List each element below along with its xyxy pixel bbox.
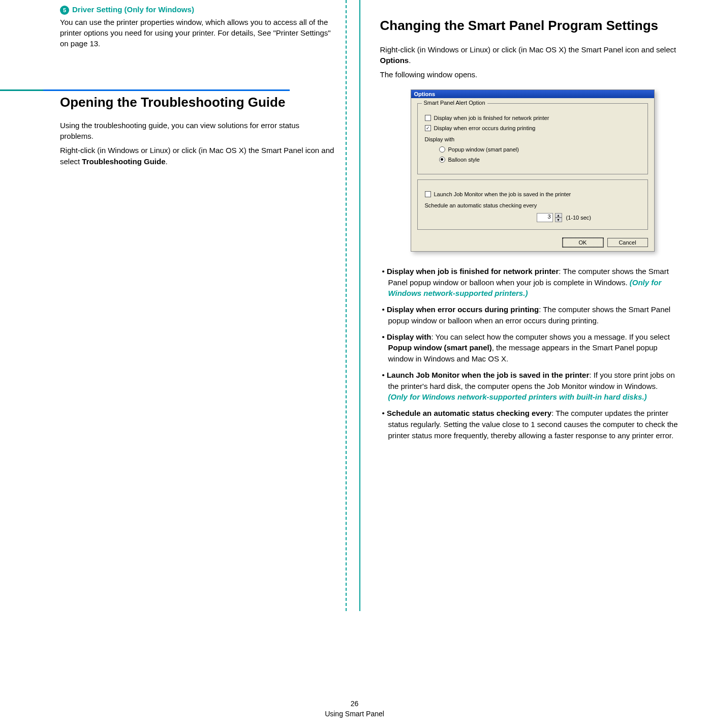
page-footer: 26 Using Smart Panel — [0, 700, 709, 718]
section-rule-icon — [0, 89, 290, 91]
list-item: Launch Job Monitor when the job is saved… — [380, 370, 679, 403]
intro-pre: Right-click (in Windows or Linux) or cli… — [380, 45, 676, 54]
bullet-list: Display when job is finished for network… — [380, 266, 679, 441]
radio-icon[interactable] — [439, 157, 445, 163]
section-heading-wrap: Opening the Troubleshooting Guide — [0, 89, 334, 111]
para2-bold: Troubleshooting Guide — [82, 157, 165, 166]
spin-down-icon[interactable]: ▼ — [555, 218, 562, 222]
page-number: 26 — [0, 700, 709, 708]
bullet-inline-bold: Popup window (smart panel) — [388, 343, 492, 352]
chk2-label: Display when error occurs during printin… — [434, 125, 536, 131]
intro-para: Right-click (in Windows or Linux) or cli… — [380, 44, 679, 67]
troubleshooting-heading: Opening the Troubleshooting Guide — [0, 94, 334, 111]
page: 5Driver Setting (Only for Windows) You c… — [0, 0, 709, 728]
footer-title: Using Smart Panel — [325, 710, 384, 718]
display-with-label: Display with — [425, 136, 640, 142]
radio-row-popup: Popup window (smart panel) — [439, 146, 640, 153]
chk-row-error: ✓ Display when error occurs during print… — [425, 125, 640, 131]
left-column: 5Driver Setting (Only for Windows) You c… — [0, 0, 355, 728]
list-item: Schedule an automatic status checking ev… — [380, 408, 679, 441]
list-item: Display with: You can select how the com… — [380, 331, 679, 365]
schedule-spinner: 3 ▲ ▼ (1-10 sec) — [537, 213, 592, 222]
list-item: Display when job is finished for network… — [380, 266, 679, 299]
options-dialog: Options Smart Panel Alert Option Display… — [411, 89, 655, 252]
checkbox-icon[interactable] — [425, 115, 431, 121]
bullet-lead: Display when error occurs during printin… — [387, 305, 539, 314]
dialog-button-row: OK Cancel — [417, 235, 648, 247]
intro-post: . — [409, 56, 411, 65]
radio-icon[interactable] — [439, 146, 445, 153]
right-column: Changing the Smart Panel Program Setting… — [355, 0, 710, 728]
radio1-label: Popup window (smart panel) — [448, 146, 519, 153]
intro-bold: Options — [380, 56, 409, 65]
radio2-label: Balloon style — [448, 157, 480, 163]
driver-setting-heading: 5Driver Setting (Only for Windows) — [60, 5, 334, 15]
spin-buttons: ▲ ▼ — [555, 213, 562, 222]
spin-up-icon[interactable]: ▲ — [555, 213, 562, 218]
radio-group: Popup window (smart panel) Balloon style — [425, 146, 640, 163]
dialog-title-bar: Options — [411, 90, 654, 98]
chk-row-job-monitor: Launch Job Monitor when the job is saved… — [425, 191, 640, 197]
schedule-group: Launch Job Monitor when the job is saved… — [417, 179, 648, 230]
spin-range: (1-10 sec) — [566, 215, 592, 221]
column-divider-icon — [346, 0, 347, 611]
para2-post: . — [166, 157, 168, 166]
bullet-lead: Schedule an automatic status checking ev… — [387, 409, 551, 417]
bullet-lead: Display when job is finished for network… — [387, 267, 559, 276]
troubleshooting-para2: Right-click (in Windows or Linux) or cli… — [60, 145, 334, 167]
radio-row-balloon: Balloon style — [439, 157, 640, 163]
bullet-number-icon: 5 — [60, 6, 69, 15]
chk3-label: Launch Job Monitor when the job is saved… — [434, 191, 571, 197]
bullet-heading-text: Driver Setting (Only for Windows) — [72, 5, 194, 14]
group-legend: Smart Panel Alert Option — [422, 100, 487, 106]
chk-row-network-printer: Display when job is finished for network… — [425, 115, 640, 121]
chk1-label: Display when job is finished for network… — [434, 115, 549, 121]
cancel-button[interactable]: Cancel — [607, 238, 648, 247]
ok-button[interactable]: OK — [563, 238, 603, 247]
alert-option-group: Smart Panel Alert Option Display when jo… — [417, 103, 648, 174]
dialog-body: Smart Panel Alert Option Display when jo… — [411, 98, 654, 251]
driver-setting-body: You can use the printer properties windo… — [60, 17, 334, 49]
list-item: Display when error occurs during printin… — [380, 304, 679, 326]
spin-input[interactable]: 3 — [537, 213, 553, 222]
schedule-label: Schedule an automatic status checking ev… — [425, 202, 640, 208]
checkbox-icon[interactable]: ✓ — [425, 125, 431, 131]
bullet-lead: Launch Job Monitor when the job is saved… — [387, 371, 589, 379]
bullet-lead: Display with — [387, 332, 431, 341]
checkbox-icon[interactable] — [425, 191, 431, 197]
bullet-note: (Only for Windows network-supported prin… — [388, 392, 647, 401]
troubleshooting-para1: Using the troubleshooting guide, you can… — [60, 120, 334, 142]
changing-settings-heading: Changing the Smart Panel Program Setting… — [380, 17, 679, 34]
radio-dot-icon — [441, 158, 443, 161]
intro-para2: The following window opens. — [380, 69, 679, 80]
bullet-body: : You can select how the computer shows … — [431, 332, 669, 341]
